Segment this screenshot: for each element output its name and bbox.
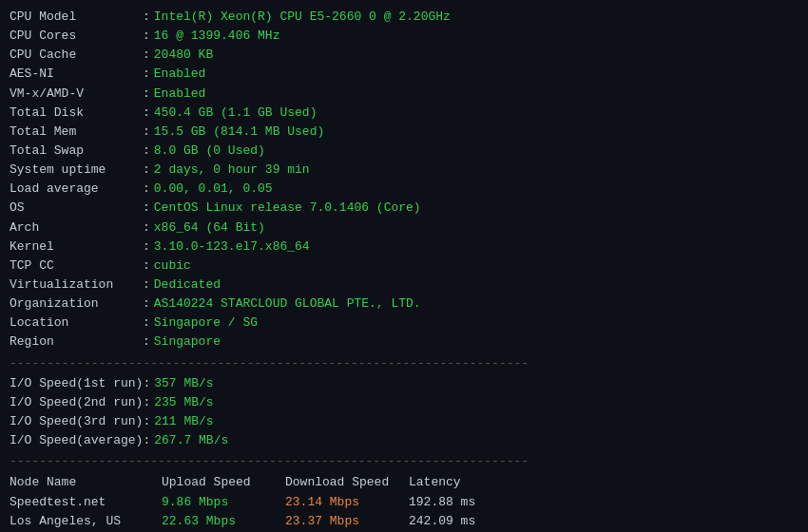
swap-label: Total Swap — [10, 142, 143, 161]
aes-label: AES-NI — [10, 65, 143, 84]
kernel-row: Kernel : 3.10.0-123.el7.x86_64 — [10, 238, 798, 256]
table-row: Speedtest.net 9.86 Mbps 23.14 Mbps 192.8… — [10, 493, 798, 512]
aes-row: AES-NI : Enabled — [10, 65, 798, 84]
virt-label: Virtualization — [10, 276, 143, 294]
cpu-model-label: CPU Model — [10, 8, 143, 27]
cpu-model-row: CPU Model : Intel(R) Xeon(R) CPU E5-2660… — [10, 8, 798, 27]
aes-value: Enabled — [154, 65, 206, 84]
divider-2: ----------------------------------------… — [10, 454, 798, 468]
kernel-value: 3.10.0-123.el7.x86_64 — [154, 238, 310, 256]
mem-row: Total Mem : 15.5 GB (814.1 MB Used) — [10, 123, 798, 142]
col-upload-header: Upload Speed — [162, 472, 285, 493]
region-label: Region — [10, 332, 143, 352]
load-value: 0.00, 0.01, 0.05 — [154, 180, 273, 199]
cpu-model-value: Intel(R) Xeon(R) CPU E5-2660 0 @ 2.20GHz — [154, 8, 451, 27]
vm-label: VM-x/AMD-V — [10, 85, 143, 104]
col-download-header: Download Speed — [285, 472, 409, 493]
table-header-row: Node Name Upload Speed Download Speed La… — [10, 472, 798, 493]
table-body: Speedtest.net 9.86 Mbps 23.14 Mbps 192.8… — [10, 493, 798, 532]
io-run1-value: 357 MB/s — [154, 374, 213, 393]
org-row: Organization : AS140224 STARCLOUD GLOBAL… — [10, 294, 798, 314]
node-name: Los Angeles, US — [10, 512, 162, 531]
os-value: CentOS Linux release 7.0.1406 (Core) — [154, 199, 421, 218]
region-value: Singapore — [154, 332, 221, 352]
arch-value: x86_64 (64 Bit) — [154, 218, 265, 238]
loc-value: Singapore / SG — [154, 314, 258, 332]
uptime-row: System uptime : 2 days, 0 hour 39 min — [10, 161, 798, 180]
download-value: 23.14 Mbps — [285, 493, 409, 512]
virt-row: Virtualization : Dedicated — [10, 276, 798, 294]
upload-value: 9.86 Mbps — [162, 493, 285, 512]
io-run2-row: I/O Speed(2nd run) : 235 MB/s — [10, 393, 798, 412]
cpu-cache-row: CPU Cache : 20480 KB — [10, 46, 798, 65]
io-run3-row: I/O Speed(3rd run) : 211 MB/s — [10, 412, 798, 431]
io-section: I/O Speed(1st run) : 357 MB/s I/O Speed(… — [10, 374, 798, 451]
region-row: Region : Singapore — [10, 332, 798, 352]
io-run3-value: 211 MB/s — [154, 412, 213, 431]
io-avg-label: I/O Speed(average) — [10, 431, 143, 450]
uptime-label: System uptime — [10, 161, 143, 180]
cpu-cores-row: CPU Cores : 16 @ 1399.406 MHz — [10, 27, 798, 46]
tcp-row: TCP CC : cubic — [10, 256, 798, 276]
disk-value: 450.4 GB (1.1 GB Used) — [154, 104, 317, 123]
os-label: OS — [10, 199, 143, 218]
io-run2-label: I/O Speed(2nd run) — [10, 393, 143, 412]
io-avg-value: 267.7 MB/s — [154, 431, 228, 450]
io-run1-row: I/O Speed(1st run) : 357 MB/s — [10, 374, 798, 393]
vm-value: Enabled — [154, 85, 206, 104]
system-info: CPU Model : Intel(R) Xeon(R) CPU E5-2660… — [10, 8, 798, 352]
upload-value: 22.63 Mbps — [162, 512, 285, 531]
swap-row: Total Swap : 8.0 GB (0 Used) — [10, 142, 798, 161]
latency-value: 242.09 ms — [409, 512, 504, 531]
disk-row: Total Disk : 450.4 GB (1.1 GB Used) — [10, 104, 798, 123]
col-latency-header: Latency — [409, 472, 504, 493]
cpu-cores-label: CPU Cores — [10, 27, 143, 46]
loc-row: Location : Singapore / SG — [10, 314, 798, 332]
cpu-cache-label: CPU Cache — [10, 46, 143, 65]
col-node-header: Node Name — [10, 472, 162, 493]
io-avg-row: I/O Speed(average) : 267.7 MB/s — [10, 431, 798, 450]
io-run2-value: 235 MB/s — [154, 393, 213, 412]
loc-label: Location — [10, 314, 143, 332]
tcp-value: cubic — [154, 256, 191, 276]
node-name: Speedtest.net — [10, 493, 162, 512]
org-value: AS140224 STARCLOUD GLOBAL PTE., LTD. — [154, 294, 421, 314]
cpu-cores-value: 16 @ 1399.406 MHz — [154, 27, 280, 46]
mem-value: 15.5 GB (814.1 MB Used) — [154, 123, 324, 142]
io-run1-label: I/O Speed(1st run) — [10, 374, 143, 393]
swap-value: 8.0 GB (0 Used) — [154, 142, 265, 161]
uptime-value: 2 days, 0 hour 39 min — [154, 161, 310, 180]
kernel-label: Kernel — [10, 238, 143, 256]
load-label: Load average — [10, 180, 143, 199]
tcp-label: TCP CC — [10, 256, 143, 276]
mem-label: Total Mem — [10, 123, 143, 142]
cpu-cache-value: 20480 KB — [154, 46, 213, 65]
arch-row: Arch : x86_64 (64 Bit) — [10, 218, 798, 238]
arch-label: Arch — [10, 218, 143, 238]
os-row: OS : CentOS Linux release 7.0.1406 (Core… — [10, 199, 798, 218]
org-label: Organization — [10, 294, 143, 314]
io-run3-label: I/O Speed(3rd run) — [10, 412, 143, 431]
virt-value: Dedicated — [154, 276, 221, 294]
speed-table: Node Name Upload Speed Download Speed La… — [10, 472, 798, 532]
table-row: Los Angeles, US 22.63 Mbps 23.37 Mbps 24… — [10, 512, 798, 531]
disk-label: Total Disk — [10, 104, 143, 123]
vm-row: VM-x/AMD-V : Enabled — [10, 85, 798, 104]
divider-1: ----------------------------------------… — [10, 356, 798, 370]
latency-value: 192.88 ms — [409, 493, 504, 512]
load-row: Load average : 0.00, 0.01, 0.05 — [10, 180, 798, 199]
download-value: 23.37 Mbps — [285, 512, 409, 531]
